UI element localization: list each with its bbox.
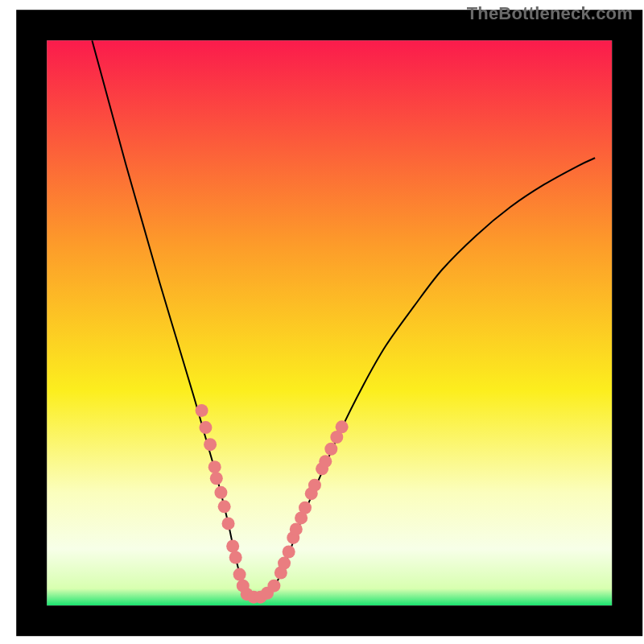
cluster-dot [204,438,217,451]
cluster-dot [278,557,291,570]
plot-background [47,40,612,605]
cluster-dot [222,517,235,530]
cluster-dot [196,404,208,417]
chart-stage: TheBottleneck.com [0,0,644,644]
attribution-label: TheBottleneck.com [467,3,633,24]
cluster-dot [299,502,312,514]
cluster-dot [283,546,295,559]
cluster-dot [218,500,231,513]
cluster-dot [214,486,227,499]
cluster-dot [229,551,242,564]
cluster-dot [208,460,221,473]
cluster-dot [199,421,212,434]
chart-svg [0,0,644,644]
cluster-dot [319,455,332,468]
cluster-dot [324,443,337,456]
cluster-dot [267,580,280,592]
cluster-dot [226,539,239,552]
cluster-dot [308,479,321,492]
cluster-dot [336,420,349,433]
cluster-dot [233,568,246,581]
cluster-dot [290,522,303,535]
cluster-dot [210,472,223,485]
